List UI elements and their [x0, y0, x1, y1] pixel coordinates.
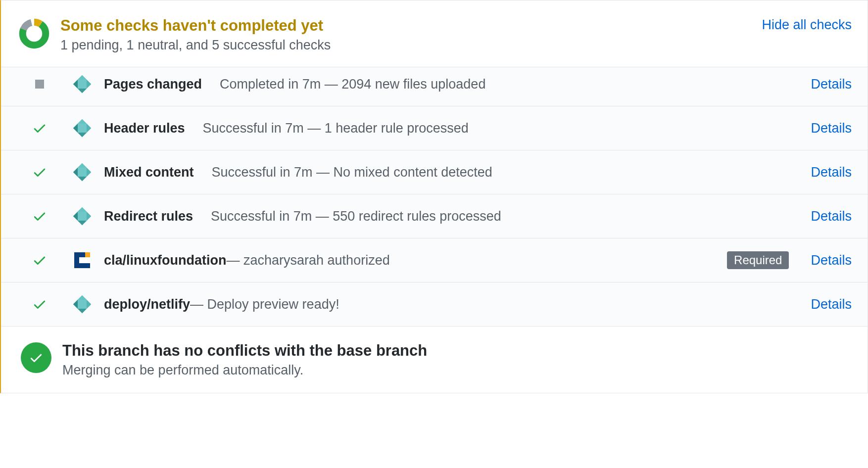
- check-icon: [32, 121, 47, 136]
- check-row: Mixed contentSuccessful in 7m — No mixed…: [1, 150, 868, 194]
- check-row: deploy/netlify — Deploy preview ready!De…: [1, 282, 868, 327]
- svg-marker-8: [78, 80, 87, 89]
- merge-status-text: This branch has no conflicts with the ba…: [62, 341, 427, 378]
- svg-marker-6: [87, 80, 91, 89]
- check-icon: [32, 297, 47, 312]
- check-text: Pages changedCompleted in 7m — 2094 new …: [104, 77, 802, 92]
- svg-marker-14: [78, 124, 87, 133]
- neutral-icon: [35, 80, 44, 89]
- check-row: Header rulesSuccessful in 7m — 1 header …: [1, 106, 868, 150]
- status-icon-col: [30, 253, 49, 268]
- app-icon: [71, 294, 93, 314]
- checks-summary-title: Some checks haven't completed yet: [60, 16, 762, 35]
- svg-marker-7: [78, 89, 87, 93]
- check-text: Mixed contentSuccessful in 7m — No mixed…: [104, 165, 802, 180]
- status-icon-col: [30, 209, 49, 224]
- svg-marker-20: [78, 168, 87, 177]
- app-icon: [71, 162, 93, 182]
- details-link[interactable]: Details: [811, 165, 852, 180]
- check-icon: [32, 165, 47, 180]
- status-icon-col: [30, 80, 49, 89]
- checks-summary-header: Some checks haven't completed yet 1 pend…: [1, 0, 868, 67]
- merge-status-title: This branch has no conflicts with the ba…: [62, 341, 427, 361]
- details-link[interactable]: Details: [811, 209, 852, 224]
- svg-marker-19: [78, 177, 87, 181]
- check-name: Mixed content: [104, 165, 194, 180]
- svg-rect-28: [85, 252, 90, 257]
- svg-marker-5: [73, 80, 78, 89]
- checks-summary-text: Some checks haven't completed yet 1 pend…: [60, 16, 762, 53]
- svg-marker-34: [78, 300, 87, 309]
- svg-marker-12: [87, 124, 91, 133]
- check-name: Pages changed: [104, 77, 202, 92]
- check-name: Header rules: [104, 121, 185, 136]
- svg-marker-24: [87, 212, 91, 221]
- app-icon: [71, 74, 93, 94]
- check-icon: [32, 253, 47, 268]
- checks-donut-icon: [19, 18, 49, 49]
- check-text: Header rulesSuccessful in 7m — 1 header …: [104, 121, 802, 136]
- check-name: cla/linuxfoundation: [104, 253, 227, 268]
- check-name: deploy/netlify: [104, 297, 190, 312]
- svg-marker-17: [73, 168, 78, 177]
- check-description: — zacharysarah authorized: [227, 253, 390, 268]
- check-row: cla/linuxfoundation — zacharysarah autho…: [1, 238, 868, 282]
- merge-status-section: This branch has no conflicts with the ba…: [1, 327, 868, 393]
- check-description: Successful in 7m — No mixed content dete…: [212, 165, 492, 180]
- status-icon-col: [30, 165, 49, 180]
- svg-marker-10: [78, 119, 87, 124]
- app-icon: [71, 118, 93, 138]
- svg-marker-30: [78, 295, 87, 300]
- required-badge: Required: [727, 251, 789, 269]
- svg-marker-13: [78, 133, 87, 137]
- hide-all-checks-link[interactable]: Hide all checks: [762, 17, 852, 33]
- check-description: Successful in 7m — 550 redirect rules pr…: [211, 209, 501, 224]
- details-link[interactable]: Details: [811, 77, 852, 92]
- check-description: Successful in 7m — 1 header rule process…: [203, 121, 469, 136]
- checks-panel: Some checks haven't completed yet 1 pend…: [0, 0, 868, 393]
- svg-marker-23: [73, 212, 78, 221]
- success-circle-icon: [21, 342, 51, 373]
- checks-list: Pages changedCompleted in 7m — 2094 new …: [1, 67, 868, 327]
- svg-marker-26: [78, 212, 87, 221]
- checks-summary-subtitle: 1 pending, 1 neutral, and 5 successful c…: [60, 38, 762, 53]
- check-description: Completed in 7m — 2094 new files uploade…: [220, 77, 485, 92]
- details-link[interactable]: Details: [811, 253, 852, 268]
- status-icon-col: [30, 121, 49, 136]
- check-row: Pages changedCompleted in 7m — 2094 new …: [1, 67, 868, 106]
- svg-marker-31: [73, 300, 78, 309]
- check-name: Redirect rules: [104, 209, 193, 224]
- svg-marker-11: [73, 124, 78, 133]
- check-text: Redirect rulesSuccessful in 7m — 550 red…: [104, 209, 802, 224]
- check-description: — Deploy preview ready!: [190, 297, 339, 312]
- svg-marker-32: [87, 300, 91, 309]
- app-icon: [71, 206, 93, 226]
- svg-marker-4: [78, 75, 87, 80]
- details-link[interactable]: Details: [811, 297, 852, 312]
- check-icon: [32, 209, 47, 224]
- svg-marker-16: [78, 163, 87, 168]
- svg-marker-25: [78, 221, 87, 225]
- check-text: cla/linuxfoundation — zacharysarah autho…: [104, 253, 727, 268]
- merge-status-subtitle: Merging can be performed automatically.: [62, 363, 427, 378]
- details-link[interactable]: Details: [811, 121, 852, 136]
- status-icon-col: [30, 297, 49, 312]
- svg-marker-22: [78, 207, 87, 212]
- check-text: deploy/netlify — Deploy preview ready!: [104, 297, 802, 312]
- check-row: Redirect rulesSuccessful in 7m — 550 red…: [1, 194, 868, 238]
- app-icon: [71, 250, 93, 270]
- svg-marker-18: [87, 168, 91, 177]
- svg-marker-33: [78, 309, 87, 313]
